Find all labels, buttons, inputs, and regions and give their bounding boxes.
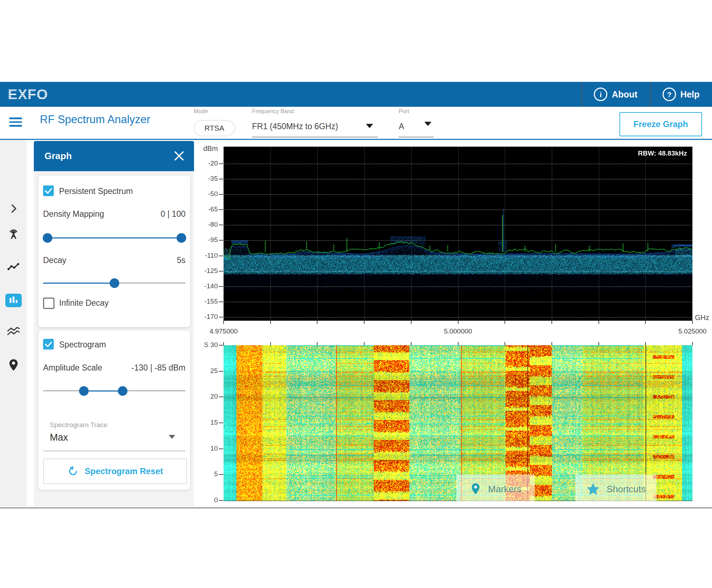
graph-panel-title: Graph	[44, 151, 72, 162]
axis-tick	[219, 397, 223, 397]
about-button[interactable]: i About	[581, 82, 650, 107]
shortcuts-label: Shortcuts	[607, 484, 646, 495]
waves-icon	[6, 325, 21, 339]
density-mapping-slider[interactable]	[43, 233, 185, 243]
spectrum-y-tick-label: -20	[175, 159, 218, 167]
app-bottom-border	[0, 508, 712, 508]
chevron-down-icon[interactable]	[424, 122, 431, 126]
axis-tick	[219, 448, 223, 449]
markers-button[interactable]: Markers	[456, 474, 535, 504]
menu-icon[interactable]	[9, 117, 22, 127]
axis-tick	[219, 271, 223, 272]
sidebar-item-trace[interactable]	[0, 257, 27, 277]
axis-tick	[219, 163, 223, 164]
slider-track[interactable]	[122, 390, 185, 391]
help-label: Help	[680, 89, 700, 100]
left-sidebar	[0, 140, 27, 507]
spectrogram-y-tick-label: S 30	[175, 341, 218, 349]
markers-label: Markers	[488, 484, 522, 495]
spectrum-y-tick-label: -140	[175, 282, 218, 290]
axis-tick	[504, 342, 505, 345]
amplitude-scale-slider[interactable]	[43, 386, 185, 396]
axis-tick	[317, 342, 318, 345]
spectrum-y-tick-label: -50	[175, 190, 218, 198]
spectrogram-reset-button[interactable]: Spectrogram Reset	[43, 458, 187, 484]
marker-pin-icon	[470, 482, 482, 496]
mode-value: RTSA	[204, 124, 224, 132]
persistent-spectrum-plot[interactable]	[224, 147, 692, 321]
axis-tick	[219, 317, 223, 317]
infinite-decay-checkbox[interactable]	[43, 298, 54, 309]
sidebar-item-waveform[interactable]	[0, 322, 27, 342]
header-bar: RF Spectrum Analyzer Mode RTSA Frequency…	[0, 107, 712, 140]
axis-tick	[223, 342, 224, 345]
shortcuts-button[interactable]: Shortcuts	[575, 474, 656, 504]
spectrogram-y-tick-label: 5	[175, 470, 218, 478]
chevron-down-icon[interactable]	[366, 124, 373, 128]
infinite-decay-label: Infinite Decay	[59, 298, 109, 308]
active-item-highlight	[5, 294, 22, 307]
axis-tick	[411, 342, 412, 345]
freeze-graph-button[interactable]: Freeze Graph	[619, 112, 702, 136]
sidebar-item-antenna[interactable]	[0, 224, 27, 244]
spectrum-y-tick-label: -155	[175, 298, 218, 305]
spectrogram-trace-label: Spectrogram Trace	[50, 421, 108, 429]
spectrogram-trace-select[interactable]: Max	[50, 432, 68, 443]
help-button[interactable]: ? Help	[650, 82, 712, 107]
sidebar-item-markers[interactable]	[0, 355, 27, 375]
freeze-graph-label: Freeze Graph	[633, 119, 688, 129]
axis-tick	[458, 321, 459, 324]
persistent-spectrum-checkbox[interactable]	[43, 185, 54, 196]
axis-tick	[219, 225, 223, 225]
slider-track[interactable]	[43, 390, 84, 391]
slider-track[interactable]	[43, 283, 114, 284]
density-mapping-value: 0 | 100	[43, 209, 185, 219]
spectrum-unit-label: dBm	[197, 145, 218, 153]
axis-tick	[219, 209, 223, 210]
rbw-readout: RBW: 48.83kHz	[580, 149, 687, 157]
axis-tick	[551, 342, 552, 345]
chevron-down-icon[interactable]	[169, 435, 175, 439]
info-icon: i	[594, 88, 607, 101]
slider-handle[interactable]	[79, 386, 89, 396]
axis-tick	[219, 240, 223, 241]
axis-tick	[219, 194, 223, 195]
spectrum-y-tick-label: -80	[175, 221, 218, 229]
spectrogram-checkbox[interactable]	[43, 339, 54, 350]
slider-handle[interactable]	[118, 386, 127, 396]
shortcuts-star-icon	[586, 482, 600, 496]
reset-icon	[67, 465, 79, 477]
spectrum-y-tick-label: -125	[175, 267, 218, 275]
axis-tick	[219, 345, 223, 346]
port-underline	[399, 137, 434, 137]
spectrum-y-tick-label: -35	[175, 175, 218, 183]
slider-track[interactable]	[43, 237, 185, 238]
axis-tick	[645, 321, 646, 324]
decay-slider[interactable]	[43, 278, 185, 288]
mode-label: Mode	[194, 108, 208, 115]
axis-tick	[219, 422, 223, 423]
spectrogram-y-tick-label: 15	[175, 419, 218, 426]
slider-track[interactable]	[84, 390, 122, 392]
frequency-band-select[interactable]: FR1 (450MHz to 6GHz)	[252, 122, 338, 131]
port-label: Port	[399, 108, 409, 115]
slider-handle[interactable]	[43, 233, 52, 243]
slider-track[interactable]	[114, 283, 185, 283]
frequency-unit-label: GHz	[695, 314, 709, 322]
slider-handle[interactable]	[110, 278, 119, 288]
bar-chart-icon	[8, 296, 19, 305]
mode-selector[interactable]: RTSA	[194, 120, 235, 136]
antenna-icon	[6, 227, 21, 241]
axis-tick	[317, 321, 318, 324]
spectrum-x-tick-label: 5.025000	[671, 327, 712, 335]
sidebar-item-collapse[interactable]	[0, 199, 27, 219]
axis-tick	[223, 321, 224, 324]
port-select[interactable]: A	[399, 122, 404, 131]
axis-tick	[270, 321, 271, 324]
exfo-logo-stripes	[6, 87, 53, 103]
spectrum-y-tick-label: -110	[175, 252, 218, 259]
frequency-band-underline	[252, 137, 378, 137]
app-window: EXFO i About ? Help RF Spectrum Analyzer…	[0, 0, 712, 588]
spectrogram-y-tick-label: 0	[175, 496, 218, 504]
sidebar-item-graph[interactable]	[0, 290, 27, 310]
